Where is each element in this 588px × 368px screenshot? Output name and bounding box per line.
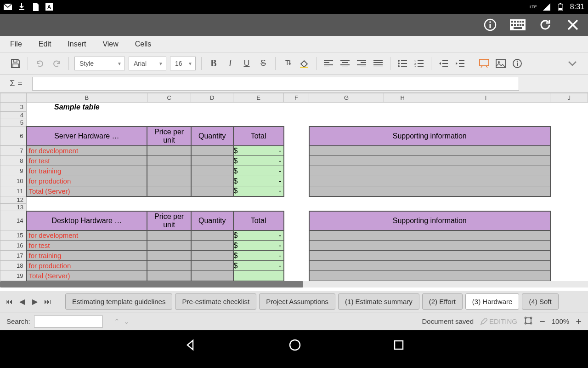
tabs-first-button[interactable]: ⏮ [4, 296, 15, 307]
save-button[interactable] [9, 57, 22, 70]
cell[interactable]: for development [27, 146, 147, 156]
strike-button[interactable]: S [257, 57, 270, 70]
zoom-out-button[interactable]: − [539, 316, 545, 328]
image-button[interactable] [494, 57, 507, 70]
search-prev-button[interactable]: ⌃ [114, 317, 120, 326]
cell[interactable]: Quantity [191, 211, 233, 230]
redo-button[interactable] [50, 57, 63, 70]
zoom-in-button[interactable]: + [576, 316, 582, 328]
tabs-last-button[interactable]: ⏭ [42, 296, 53, 307]
cell[interactable] [147, 251, 191, 261]
cell[interactable]: for test [27, 156, 147, 166]
font-select[interactable]: Arial▼ [129, 57, 166, 70]
row-header[interactable]: 10 [0, 176, 27, 186]
text-color-button[interactable]: T [281, 57, 294, 70]
row-header[interactable]: 9 [0, 166, 27, 176]
cell[interactable]: Quantity [191, 126, 233, 146]
cell[interactable] [147, 146, 191, 156]
col-header[interactable]: I [421, 93, 550, 103]
cell[interactable] [309, 186, 550, 196]
col-header[interactable]: F [284, 93, 309, 103]
cell[interactable] [191, 156, 233, 166]
cell[interactable]: $- [233, 261, 284, 271]
menu-insert[interactable]: Insert [68, 40, 86, 48]
row-header[interactable]: 6 [0, 126, 27, 146]
col-header[interactable]: B [27, 93, 147, 103]
row-header[interactable]: 5 [0, 119, 27, 126]
italic-button[interactable]: I [224, 57, 237, 70]
cell[interactable] [147, 241, 191, 251]
cell[interactable]: for production [27, 261, 147, 271]
row-header[interactable]: 17 [0, 251, 27, 261]
cell[interactable]: Price per unit [147, 126, 191, 146]
cell[interactable]: $- [233, 230, 284, 241]
row-header[interactable]: 18 [0, 261, 27, 271]
cell[interactable]: for development [27, 230, 147, 241]
presentation-button[interactable] [478, 57, 491, 70]
cell[interactable]: Total (Server) [27, 271, 147, 281]
row-header[interactable]: 16 [0, 241, 27, 251]
recents-button[interactable] [393, 339, 404, 352]
cell[interactable] [147, 176, 191, 186]
cell[interactable] [191, 166, 233, 176]
cell[interactable] [233, 271, 284, 281]
crop-button[interactable] [524, 316, 533, 327]
bullet-list-button[interactable] [396, 57, 409, 70]
menu-cells[interactable]: Cells [135, 40, 152, 48]
refresh-button[interactable] [537, 17, 553, 33]
cell[interactable]: Price per unit [147, 211, 191, 230]
cell[interactable]: Supporting information [309, 211, 550, 230]
align-left-button[interactable] [322, 57, 335, 70]
cell[interactable] [191, 261, 233, 271]
cell[interactable] [191, 230, 233, 241]
cell[interactable] [309, 166, 550, 176]
col-header[interactable]: D [191, 93, 233, 103]
align-center-button[interactable] [339, 57, 351, 70]
fontsize-select[interactable]: 16▼ [170, 57, 196, 70]
cell[interactable] [309, 261, 550, 271]
cell[interactable] [309, 146, 550, 156]
cell[interactable]: $- [233, 166, 284, 176]
cell[interactable]: Total [233, 126, 284, 146]
cell[interactable] [309, 176, 550, 186]
outdent-button[interactable] [437, 57, 450, 70]
tabs-next-button[interactable]: ▶ [29, 296, 40, 307]
cell[interactable] [147, 166, 191, 176]
row-header[interactable]: 8 [0, 156, 27, 166]
horizontal-scrollbar[interactable] [0, 281, 588, 288]
align-justify-button[interactable] [372, 57, 384, 70]
cell[interactable] [191, 251, 233, 261]
sheet-tab-active[interactable]: (3) Hardware [465, 293, 520, 310]
cell[interactable] [309, 156, 550, 166]
cell[interactable]: for test [27, 241, 147, 251]
cell[interactable] [309, 241, 550, 251]
menu-edit[interactable]: Edit [39, 40, 51, 48]
col-header[interactable]: J [550, 93, 588, 103]
cell[interactable] [191, 186, 233, 196]
row-header[interactable]: 4 [0, 112, 27, 119]
keyboard-button[interactable] [510, 17, 526, 33]
row-header[interactable]: 19 [0, 271, 27, 281]
cell[interactable] [191, 176, 233, 186]
tabs-prev-button[interactable]: ◀ [17, 296, 28, 307]
sheet-tab[interactable]: Pre-estimate checklist [175, 293, 256, 310]
cell[interactable]: $- [233, 176, 284, 186]
row-header[interactable]: 15 [0, 230, 27, 241]
cell[interactable] [147, 271, 191, 281]
cell[interactable] [147, 186, 191, 196]
formula-fx-button[interactable]: Σ = [5, 79, 28, 88]
number-list-button[interactable]: 123 [413, 57, 425, 70]
cell[interactable]: $- [233, 156, 284, 166]
cell[interactable]: Sample table [27, 103, 191, 112]
cell[interactable]: $- [233, 146, 284, 156]
collapse-toolbar-button[interactable] [566, 57, 579, 70]
indent-button[interactable] [453, 57, 466, 70]
row-header[interactable]: 11 [0, 186, 27, 196]
cell[interactable] [147, 230, 191, 241]
cell[interactable]: Desktop Hardware … [27, 211, 147, 230]
cell[interactable]: $- [233, 251, 284, 261]
fill-color-button[interactable] [298, 57, 311, 70]
cell[interactable]: for training [27, 166, 147, 176]
col-header[interactable]: H [384, 93, 421, 103]
home-button[interactable] [288, 339, 301, 353]
